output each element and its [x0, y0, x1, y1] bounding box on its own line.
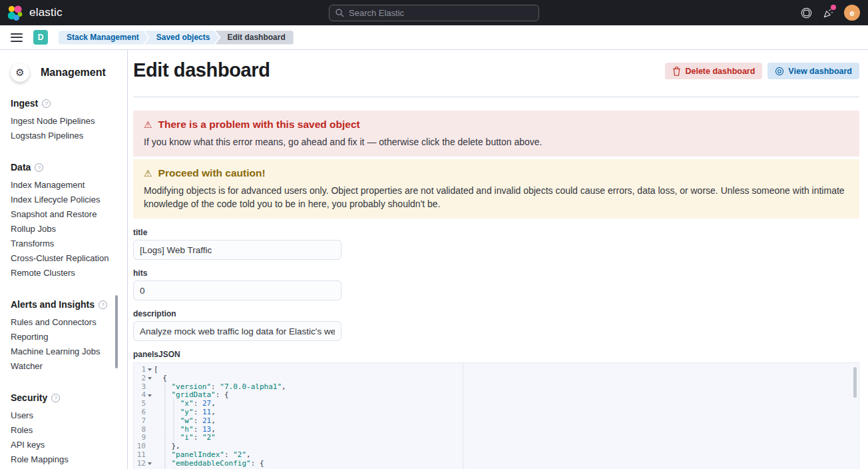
sidebar-item-transforms[interactable]: Transforms — [11, 236, 127, 251]
sidebar-item-role-mappings[interactable]: Role Mappings — [11, 452, 127, 467]
breadcrumb-saved-objects[interactable]: Saved objects — [144, 31, 220, 45]
description-field[interactable] — [133, 321, 341, 341]
line-number: 1 — [134, 366, 146, 374]
hits-field[interactable] — [133, 280, 341, 300]
code-text: { — [162, 374, 167, 383]
fold-spacer — [146, 442, 154, 451]
elastic-logo-icon — [7, 5, 23, 21]
delete-dashboard-label: Delete dashboard — [685, 67, 755, 76]
nav-heading-data: Data? — [11, 162, 127, 173]
fold-toggle-icon[interactable] — [146, 460, 154, 468]
alert-icon: ⚠ — [144, 119, 152, 130]
view-dashboard-label: View dashboard — [788, 67, 852, 76]
sidebar-title: Management — [41, 67, 106, 79]
deployment-badge[interactable]: D — [33, 30, 48, 45]
line-number: 12 — [134, 460, 146, 468]
line-number: 6 — [134, 408, 146, 417]
code-line: 7 │ │ "w": 21, — [134, 417, 859, 426]
deployment-icon[interactable] — [800, 7, 812, 19]
nav-heading-alerts-and-insights: Alerts and Insights? — [11, 299, 127, 310]
global-search[interactable] — [329, 5, 539, 21]
main-content: Edit dashboard Delete dashboard View — [128, 50, 868, 469]
indent-guides: │ │ — [154, 417, 180, 426]
nav-section-security: Security?UsersRolesAPI keysRole Mappings — [11, 392, 127, 467]
fold-toggle-icon[interactable] — [146, 391, 154, 400]
logo-text: elastic — [29, 6, 63, 19]
page-title: Edit dashboard — [133, 59, 270, 81]
fold-spacer — [146, 451, 154, 460]
help-icon[interactable]: ? — [35, 163, 43, 172]
management-sidebar: ⚙ Management Ingest?Ingest Node Pipeline… — [0, 50, 128, 469]
sidebar-item-index-management[interactable]: Index Management — [11, 178, 127, 193]
warning-icon: ⚠ — [144, 168, 152, 179]
fold-spacer — [146, 426, 154, 434]
panelsjson-editor[interactable]: 1[2 {3 │ "version": "7.0.0-alpha1",4 │ "… — [133, 362, 859, 469]
trash-icon — [672, 67, 681, 76]
title-separator — [133, 97, 859, 97]
error-callout-title: There is a problem with this saved objec… — [158, 119, 360, 131]
fold-spacer — [146, 400, 154, 408]
indent-guides: │ — [154, 460, 172, 468]
indent-guides — [154, 374, 162, 383]
panelsjson-label: panelsJSON — [133, 350, 859, 359]
title-field-label: title — [133, 228, 859, 237]
code-line: 1[ — [134, 366, 859, 374]
sidebar-item-reporting[interactable]: Reporting — [11, 330, 127, 344]
nav-heading-security: Security? — [11, 392, 127, 403]
description-field-label: description — [133, 309, 859, 318]
fold-spacer — [146, 417, 154, 426]
nav-section-ingest: Ingest?Ingest Node PipelinesLogstash Pip… — [11, 98, 127, 143]
code-line: 12 │ "embeddableConfig": { — [134, 460, 859, 468]
breadcrumb-bar: D Stack ManagementSaved objectsEdit dash… — [0, 25, 868, 50]
fold-toggle-icon[interactable] — [146, 374, 154, 383]
nav-section-data: Data?Index ManagementIndex Lifecycle Pol… — [11, 162, 127, 280]
sidebar-item-logstash-pipelines[interactable]: Logstash Pipelines — [11, 129, 127, 143]
help-icon[interactable]: ? — [42, 99, 51, 108]
sidebar-item-cross-cluster-replication[interactable]: Cross-Cluster Replication — [11, 251, 127, 266]
view-dashboard-button[interactable]: View dashboard — [767, 63, 859, 79]
code-line: 4 │ "gridData": { — [134, 391, 859, 400]
fold-toggle-icon[interactable] — [146, 366, 154, 374]
fold-spacer — [146, 408, 154, 417]
sidebar-item-machine-learning-jobs[interactable]: Machine Learning Jobs — [11, 344, 127, 359]
sidebar-item-rules-and-connectors[interactable]: Rules and Connectors — [11, 315, 127, 330]
sidebar-item-index-lifecycle-policies[interactable]: Index Lifecycle Policies — [11, 193, 127, 207]
breadcrumb: Stack ManagementSaved objectsEdit dashbo… — [59, 31, 294, 45]
breadcrumb-edit-dashboard: Edit dashboard — [215, 31, 293, 45]
code-text: [ — [154, 366, 158, 374]
code-line: 5 │ │ "x": 27, — [134, 400, 859, 408]
sidebar-item-watcher[interactable]: Watcher — [11, 359, 127, 374]
breadcrumb-stack-management[interactable]: Stack Management — [59, 31, 148, 45]
sidebar-item-snapshot-and-restore[interactable]: Snapshot and Restore — [11, 207, 127, 222]
sidebar-scrollbar[interactable] — [115, 295, 118, 368]
elastic-logo[interactable]: elastic — [7, 5, 63, 21]
line-number: 11 — [134, 451, 146, 460]
sidebar-item-users[interactable]: Users — [11, 408, 127, 423]
eye-icon — [775, 67, 784, 76]
help-icon[interactable]: ? — [99, 300, 107, 309]
nav-heading-label: Security — [11, 392, 47, 403]
menu-icon[interactable] — [11, 33, 23, 42]
sidebar-item-remote-clusters[interactable]: Remote Clusters — [11, 266, 127, 280]
notification-badge — [831, 5, 836, 10]
nav-heading-label: Alerts and Insights — [11, 299, 95, 310]
fold-spacer — [146, 434, 154, 442]
search-input[interactable] — [349, 8, 533, 18]
help-icon[interactable]: ? — [51, 394, 60, 402]
global-header: elastic e — [0, 0, 868, 25]
warning-callout-body: Modifying objects is for advanced users … — [144, 184, 849, 211]
delete-dashboard-button[interactable]: Delete dashboard — [665, 63, 762, 79]
user-avatar[interactable]: e — [844, 5, 860, 21]
indent-guides: │ — [154, 451, 172, 460]
editor-scrollbar[interactable] — [853, 367, 857, 398]
newsfeed-icon[interactable] — [822, 7, 834, 19]
search-icon — [335, 9, 344, 17]
title-field[interactable] — [133, 240, 341, 260]
sidebar-item-ingest-node-pipelines[interactable]: Ingest Node Pipelines — [11, 114, 127, 129]
sidebar-item-rollup-jobs[interactable]: Rollup Jobs — [11, 222, 127, 236]
error-callout-body: If you know what this error means, go ah… — [144, 135, 849, 149]
sidebar-item-api-keys[interactable]: API keys — [11, 438, 127, 452]
sidebar-item-roles[interactable]: Roles — [11, 423, 127, 438]
nav-heading-label: Ingest — [11, 98, 38, 109]
code-text: "i": "2" — [180, 434, 216, 442]
